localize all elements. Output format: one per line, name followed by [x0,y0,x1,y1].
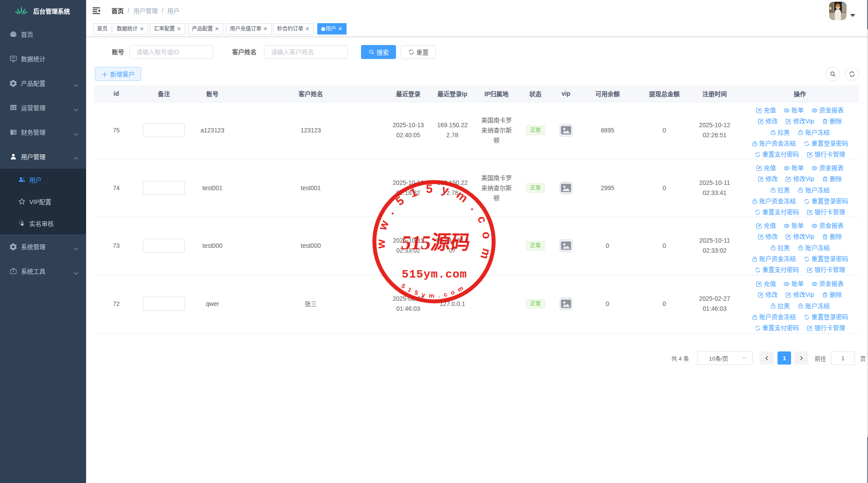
svg-text:515源码: 515源码 [400,232,472,254]
svg-text:www.515ym.com: www.515ym.com [371,178,494,269]
svg-text:515ym.com: 515ym.com [402,268,467,281]
